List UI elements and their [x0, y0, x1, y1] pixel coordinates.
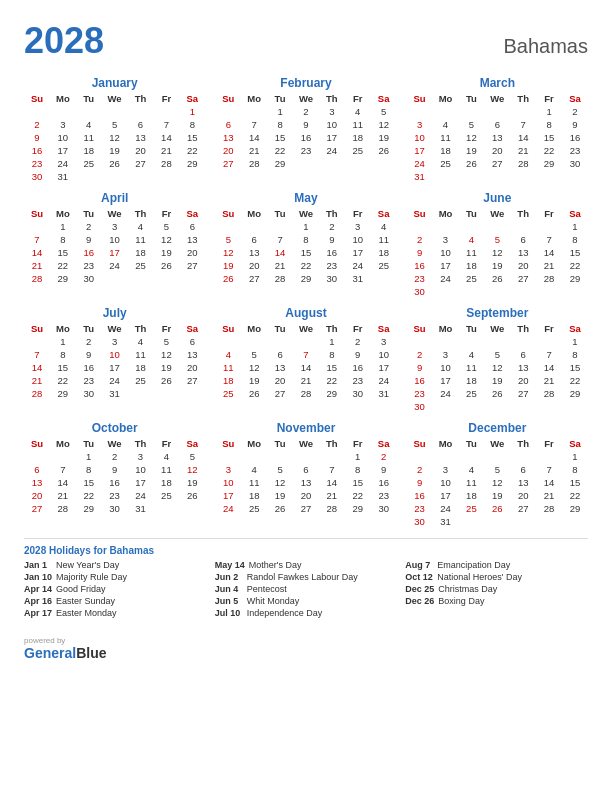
calendar-day: 24 [102, 374, 128, 387]
month-name: June [407, 191, 588, 205]
weekday-header-sa: Sa [371, 322, 397, 335]
calendar-day: 5 [267, 463, 293, 476]
weekday-header-fr: Fr [345, 437, 371, 450]
holiday-entry: Jun 2Randol Fawkes Labour Day [215, 572, 398, 582]
calendar-day: 24 [433, 502, 459, 515]
calendar-day: 22 [293, 259, 319, 272]
calendar-day: 13 [179, 233, 205, 246]
weekday-header-sa: Sa [562, 92, 588, 105]
calendar-day: 31 [407, 170, 433, 183]
weekday-header-mo: Mo [50, 322, 76, 335]
calendar-day: 9 [76, 233, 102, 246]
calendar-day [433, 400, 459, 413]
brand-name: GeneralBlue [24, 645, 106, 661]
calendar-day: 18 [76, 144, 102, 157]
calendar-day: 22 [562, 374, 588, 387]
calendar-day: 23 [562, 144, 588, 157]
calendar-day: 12 [484, 246, 510, 259]
calendar-day: 28 [267, 272, 293, 285]
calendar-day: 6 [241, 233, 267, 246]
calendar-day [24, 335, 50, 348]
calendar-day: 19 [484, 259, 510, 272]
calendar-day: 24 [215, 502, 241, 515]
calendar-day: 28 [536, 387, 562, 400]
calendar-day: 30 [76, 387, 102, 400]
calendar-day: 8 [345, 463, 371, 476]
calendar-day: 24 [433, 272, 459, 285]
calendar-day [484, 170, 510, 183]
calendar-day: 3 [319, 105, 345, 118]
weekday-header-fr: Fr [345, 322, 371, 335]
calendar-day: 20 [484, 144, 510, 157]
calendar-day: 11 [458, 246, 484, 259]
calendar-day [458, 335, 484, 348]
calendar-day: 30 [345, 387, 371, 400]
calendar-day: 4 [458, 348, 484, 361]
calendar-day: 25 [128, 259, 154, 272]
calendar-day: 20 [267, 374, 293, 387]
weekday-header-sa: Sa [562, 207, 588, 220]
calendar-day: 27 [24, 502, 50, 515]
month-june: JuneSuMoTuWeThFrSa1234567891011121314151… [407, 191, 588, 298]
weekday-header-mo: Mo [241, 92, 267, 105]
calendar-day: 6 [510, 463, 536, 476]
holiday-entry: Oct 12National Heroes' Day [405, 572, 588, 582]
calendar-day: 17 [102, 361, 128, 374]
calendar-day: 18 [458, 374, 484, 387]
calendar-day: 31 [433, 515, 459, 528]
calendar-day: 16 [562, 131, 588, 144]
weekday-header-tu: Tu [458, 437, 484, 450]
calendar-day: 8 [179, 118, 205, 131]
holiday-column-0: Jan 1New Year's DayJan 10Majority Rule D… [24, 560, 207, 620]
calendar-day [562, 285, 588, 298]
calendar-day: 1 [562, 220, 588, 233]
calendar-day: 23 [407, 272, 433, 285]
calendar-day: 15 [76, 476, 102, 489]
calendar-day: 26 [215, 272, 241, 285]
holiday-entry: Apr 17Easter Monday [24, 608, 207, 618]
calendar-day [433, 105, 459, 118]
calendar-day: 18 [215, 374, 241, 387]
holiday-name: Independence Day [247, 608, 323, 618]
weekday-header-tu: Tu [76, 437, 102, 450]
holiday-entry: Dec 25Christmas Day [405, 584, 588, 594]
calendar-day: 18 [241, 489, 267, 502]
calendar-day: 13 [267, 361, 293, 374]
calendar-day: 31 [50, 170, 76, 183]
calendar-day: 19 [215, 259, 241, 272]
calendar-day: 20 [179, 246, 205, 259]
weekday-header-fr: Fr [153, 322, 179, 335]
calendar-day [510, 105, 536, 118]
calendar-day: 10 [215, 476, 241, 489]
weekday-header-tu: Tu [267, 92, 293, 105]
calendar-day: 9 [407, 361, 433, 374]
calendar-day: 11 [371, 233, 397, 246]
calendar-day: 25 [433, 157, 459, 170]
weekday-header-th: Th [510, 437, 536, 450]
calendar-day: 11 [153, 463, 179, 476]
calendar-day: 26 [484, 272, 510, 285]
calendar-day: 3 [407, 118, 433, 131]
calendar-day: 16 [76, 246, 102, 259]
calendar-day: 20 [293, 489, 319, 502]
calendar-day [407, 335, 433, 348]
calendar-day [153, 502, 179, 515]
calendar-day [510, 170, 536, 183]
calendar-day: 5 [102, 118, 128, 131]
calendar-day [536, 515, 562, 528]
calendar-day: 2 [24, 118, 50, 131]
calendar-day: 12 [179, 463, 205, 476]
calendar-day: 7 [536, 233, 562, 246]
calendar-day: 30 [102, 502, 128, 515]
holiday-date: Jun 4 [215, 584, 243, 594]
calendar-day: 21 [536, 374, 562, 387]
calendar-day: 12 [458, 131, 484, 144]
holiday-name: Christmas Day [438, 584, 497, 594]
calendar-day: 5 [484, 463, 510, 476]
calendar-day: 4 [433, 118, 459, 131]
calendar-day: 14 [50, 476, 76, 489]
weekday-header-we: We [102, 322, 128, 335]
calendar-day [536, 285, 562, 298]
calendar-day: 16 [407, 259, 433, 272]
weekday-header-we: We [293, 437, 319, 450]
